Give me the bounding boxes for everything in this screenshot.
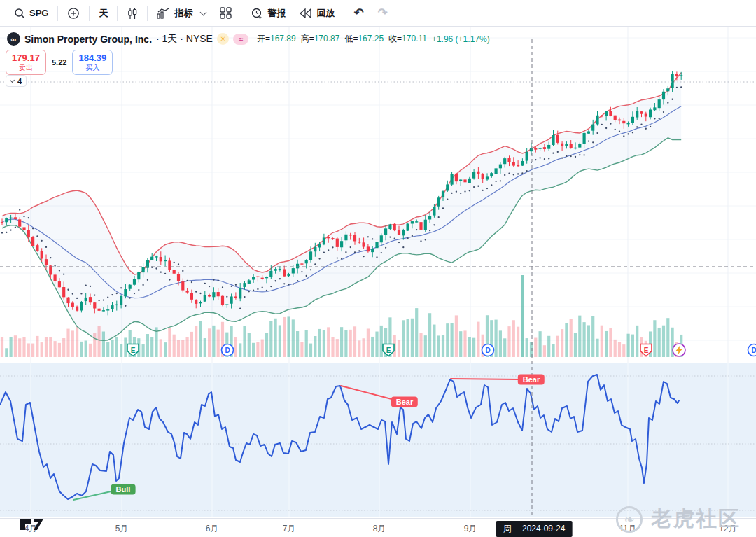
- ohlc-readout: 开=167.89 高=170.87 低=167.25 收=170.11 +1.9…: [257, 33, 490, 45]
- premarket-sun-icon: ☀: [217, 33, 229, 45]
- candlestick-icon: [127, 7, 138, 20]
- chevron-down-icon: [10, 78, 15, 83]
- high-label: 高=: [301, 34, 314, 43]
- symbol-meta: · 1天 · NYSE: [156, 33, 213, 46]
- symbol-search[interactable]: SPG: [7, 4, 55, 23]
- top-toolbar: SPG 天 指标: [0, 0, 756, 27]
- axis-month-label[interactable]: 9月: [464, 523, 477, 535]
- toolbar-divider: [117, 6, 118, 21]
- redo-button[interactable]: ↷: [371, 4, 395, 23]
- tradingview-logo[interactable]: [18, 515, 55, 536]
- axis-month-label[interactable]: 6月: [206, 523, 219, 535]
- svg-text:E: E: [386, 347, 391, 354]
- sell-button[interactable]: 179.17 卖出: [6, 50, 46, 75]
- low-label: 低=: [344, 34, 358, 43]
- low-value: 167.25: [358, 34, 384, 43]
- axis-month-label[interactable]: 5月: [115, 523, 129, 535]
- svg-text:D: D: [485, 347, 490, 354]
- dividend-badge[interactable]: D: [222, 344, 234, 356]
- toolbar-divider: [89, 6, 90, 21]
- hidden-indicator-count: 4: [18, 77, 22, 85]
- chart-pane[interactable]: EDEDED ∞ Simon Property Group, Inc. · 1天…: [0, 27, 756, 518]
- alerts-label: 警报: [267, 7, 286, 20]
- svg-text:D: D: [751, 347, 756, 354]
- indicators-label: 指标: [174, 7, 192, 20]
- dividend-badge[interactable]: D: [748, 344, 756, 356]
- search-icon: [14, 8, 25, 19]
- time-axis[interactable]: 4月5月6月7月8月9月11月12月周二 2024-09-24: [0, 518, 756, 537]
- crosshair-date-label: 周二 2024-09-24: [496, 521, 573, 537]
- dividend-badge[interactable]: D: [482, 344, 494, 356]
- svg-text:E: E: [644, 347, 649, 354]
- sell-label: 卖出: [19, 64, 33, 71]
- buy-button[interactable]: 184.39 买入: [72, 50, 113, 75]
- open-label: 开=: [257, 34, 270, 43]
- chart-style-button[interactable]: [120, 4, 145, 23]
- symbol-legend[interactable]: ∞ Simon Property Group, Inc. · 1天 · NYSE…: [7, 32, 490, 46]
- symbol-label: SPG: [29, 8, 48, 18]
- approx-price-icon: ≈: [233, 34, 248, 45]
- main-chart-svg[interactable]: EDEDED: [0, 27, 756, 518]
- replay-button[interactable]: 回放: [293, 4, 342, 23]
- layout-grid-button[interactable]: [213, 4, 239, 23]
- svg-text:E: E: [131, 347, 136, 354]
- axis-month-label[interactable]: 12月: [719, 523, 736, 535]
- alarm-clock-icon: [251, 7, 263, 20]
- redo-icon: ↷: [378, 6, 388, 20]
- interval-button[interactable]: 天: [92, 4, 115, 23]
- toolbar-divider: [57, 6, 58, 21]
- axis-month-label[interactable]: 7月: [283, 523, 296, 535]
- undo-icon: ↶: [354, 6, 363, 20]
- rewind-icon: [300, 8, 312, 18]
- chevron-down-icon: [200, 8, 207, 15]
- axis-month-label[interactable]: 11月: [620, 523, 636, 535]
- axis-month-label[interactable]: 8月: [373, 523, 386, 535]
- close-value: 170.11: [402, 34, 427, 43]
- indicator-templates-button[interactable]: [200, 4, 213, 23]
- close-label: 收=: [388, 34, 402, 43]
- bull-signal-label: Bull: [111, 484, 136, 495]
- open-value: 167.89: [270, 34, 296, 43]
- undo-button[interactable]: ↶: [346, 4, 370, 23]
- replay-label: 回放: [316, 7, 335, 20]
- trading-app: SPG 天 指标: [0, 0, 756, 537]
- grid-layout-icon: [220, 7, 232, 19]
- compare-add-button[interactable]: [60, 4, 87, 23]
- alerts-button[interactable]: 警报: [244, 4, 293, 23]
- sell-price: 179.17: [12, 53, 40, 63]
- power-badge[interactable]: [673, 344, 685, 356]
- symbol-logo: ∞: [7, 32, 20, 46]
- spread-value: 5.22: [52, 58, 66, 67]
- plus-circle-icon: [67, 7, 80, 20]
- toolbar-divider: [147, 6, 148, 21]
- order-panel: 179.17 卖出 5.22 184.39 买入: [6, 50, 113, 75]
- bear-signal-label: Bear: [518, 375, 545, 385]
- high-value: 170.87: [314, 34, 340, 43]
- indicators-button[interactable]: 指标: [150, 4, 200, 23]
- indicators-collapse-chip[interactable]: 4: [6, 75, 27, 87]
- interval-label: 天: [99, 7, 108, 20]
- indicators-icon: [157, 8, 170, 19]
- bear-signal-label: Bear: [391, 397, 418, 407]
- change-value: +1.96 (+1.17%): [432, 34, 490, 44]
- svg-text:D: D: [225, 347, 230, 354]
- toolbar-divider: [241, 6, 241, 21]
- symbol-title: Simon Property Group, Inc.: [24, 34, 152, 45]
- toolbar-divider: [344, 6, 344, 21]
- buy-price: 184.39: [79, 53, 107, 63]
- buy-label: 买入: [85, 64, 99, 71]
